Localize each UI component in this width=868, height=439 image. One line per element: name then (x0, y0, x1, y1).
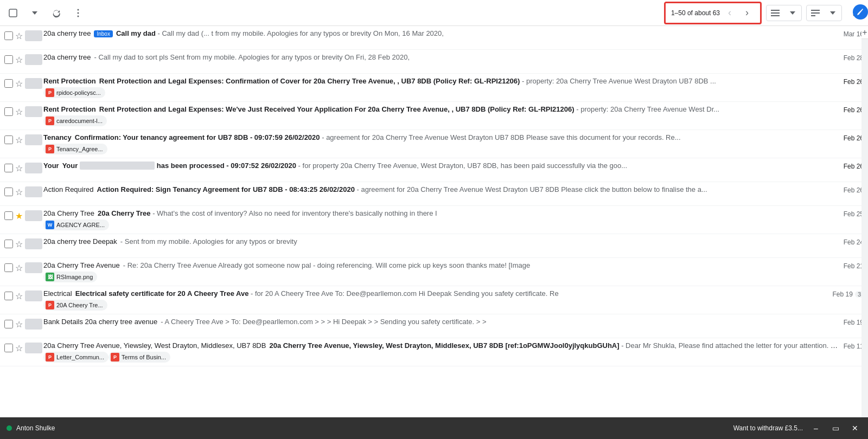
attachment-chip[interactable]: PLetter_Commun... (43, 352, 108, 363)
email-row[interactable]: ☆Action RequiredAction Required: Sign Te… (0, 182, 868, 206)
row-controls: ☆ (4, 185, 43, 197)
email-row-top: 20a cherry tree Deepak - Sent from my mo… (43, 237, 839, 246)
pdf-attachment-icon: P (46, 117, 54, 125)
scrollbar-track[interactable] (861, 26, 868, 439)
email-checkbox[interactable] (4, 211, 13, 220)
email-subject-snippet: - Sent from my mobile. Apologies for any… (120, 237, 297, 246)
attachment-chip[interactable]: WAGENCY AGRE... (43, 220, 109, 230)
email-row[interactable]: ☆20a Cherry Tree Avenue - Re: 20a Cherry… (0, 258, 868, 286)
notification-close-button[interactable]: ✕ (848, 422, 861, 435)
email-content: 20a Cherry Tree20a Cherry Tree - What's … (43, 209, 839, 230)
svg-rect-8 (811, 12, 820, 14)
email-checkbox[interactable] (4, 292, 13, 300)
star-icon[interactable]: ☆ (15, 263, 23, 273)
email-subject-snippet: - Call my dad to sort pls Sent from my m… (94, 53, 410, 61)
star-icon[interactable]: ☆ (15, 31, 23, 41)
email-checkbox[interactable] (4, 107, 13, 116)
view-list-button[interactable] (767, 5, 784, 21)
attachment-chip[interactable]: Prpidoc-policysc... (43, 87, 105, 98)
email-checkbox[interactable] (4, 263, 13, 272)
email-row-top: Bank Details 20a cherry tree avenue - A … (43, 318, 839, 326)
star-icon[interactable]: ☆ (15, 291, 23, 301)
email-date: Feb 26 (844, 133, 864, 142)
sender-name: Rent Protection (43, 105, 96, 113)
pagination-prev-button[interactable]: ‹ (722, 5, 737, 21)
attachment-name: rpidoc-policysc... (56, 89, 101, 96)
attachment-chip[interactable]: P20A Cheery Tre... (43, 300, 107, 311)
star-icon[interactable]: ☆ (15, 107, 23, 117)
attachment-chip[interactable]: Pcaredocument-l... (43, 115, 107, 126)
svg-rect-5 (771, 12, 780, 14)
email-row[interactable]: ★20a Cherry Tree20a Cherry Tree - What's… (0, 206, 868, 234)
view-selector (766, 5, 802, 21)
email-row[interactable]: ☆20a cherry tree Deepak - Sent from my m… (0, 234, 868, 258)
sender-name: 20a cherry tree (43, 29, 91, 37)
email-checkbox[interactable] (4, 240, 13, 248)
row-controls: ☆ (4, 53, 43, 65)
corner-icon (853, 4, 868, 20)
email-date: Feb 26 (844, 162, 864, 170)
email-checkbox[interactable] (4, 79, 13, 88)
scrollbar-add-button[interactable]: + (861, 26, 868, 39)
pagination-next-button[interactable]: › (739, 5, 755, 21)
email-row[interactable]: ☆YourYour ███████████████ has been proce… (0, 158, 868, 182)
more-options-button[interactable] (69, 4, 87, 22)
density-dropdown-button[interactable] (824, 5, 841, 21)
email-row[interactable]: ☆ElectricalElectrical safety certificate… (0, 286, 868, 314)
attachment-chip[interactable]: PTerms of Busin... (108, 352, 170, 363)
email-row[interactable]: ☆Bank Details 20a cherry tree avenue - A… (0, 314, 868, 338)
email-row[interactable]: ☆20a Cherry Tree Avenue, Yiewsley, West … (0, 338, 868, 366)
sender-name: 20a Cherry Tree Avenue (43, 261, 120, 269)
email-date: Mar 16 (844, 29, 864, 38)
star-icon[interactable]: ☆ (15, 343, 23, 353)
star-icon[interactable]: ☆ (15, 55, 23, 65)
view-dropdown-button[interactable] (784, 5, 801, 21)
pdf-attachment-icon: P (46, 145, 54, 153)
email-date: Feb 193 (833, 289, 864, 298)
email-row[interactable]: ☆Rent ProtectionRent Protection and Lega… (0, 74, 868, 102)
sender-name: Tenancy (43, 133, 72, 141)
attachment-name: Letter_Commun... (56, 354, 104, 360)
star-icon[interactable]: ★ (15, 211, 23, 221)
refresh-button[interactable] (48, 4, 65, 22)
star-icon[interactable]: ☆ (15, 239, 23, 249)
email-checkbox[interactable] (4, 164, 13, 172)
email-content: Rent ProtectionRent Protection and Legal… (43, 77, 839, 98)
email-date: Feb 26 (844, 105, 864, 114)
density-button[interactable] (807, 5, 824, 21)
svg-point-1 (78, 9, 79, 10)
star-icon[interactable]: ☆ (15, 319, 23, 330)
star-icon[interactable]: ☆ (15, 163, 23, 173)
email-checkbox[interactable] (4, 320, 13, 328)
attachment-chip[interactable]: PTenancy_Agree... (43, 144, 107, 154)
email-subject-snippet: Call my dad - Call my dad (... t from my… (116, 29, 444, 37)
svg-rect-6 (771, 15, 780, 16)
toolbar-left (4, 4, 662, 22)
email-checkbox[interactable] (4, 55, 13, 64)
notification-minimize-button[interactable]: – (809, 422, 822, 435)
star-icon[interactable]: ☆ (15, 79, 23, 89)
star-icon[interactable]: ☆ (15, 135, 23, 145)
checkbox-dropdown-button[interactable] (26, 4, 43, 22)
email-row[interactable]: ☆20a cherry treeInboxCall my dad - Call … (0, 26, 868, 50)
notification-expand-button[interactable]: ▭ (829, 422, 842, 435)
email-row-top: Rent ProtectionRent Protection and Legal… (43, 77, 839, 85)
svg-rect-9 (811, 15, 815, 16)
checkbox-all-button[interactable] (4, 4, 22, 22)
img-attachment-icon: 🖼 (46, 273, 54, 281)
email-checkbox[interactable] (4, 344, 13, 352)
email-row[interactable]: ☆20a cherry tree - Call my dad to sort p… (0, 50, 868, 74)
svg-rect-7 (811, 10, 820, 11)
email-checkbox[interactable] (4, 31, 13, 40)
star-icon[interactable]: ☆ (15, 187, 23, 197)
attachment-name: caredocument-l... (56, 118, 103, 124)
email-row[interactable]: ☆TenancyConfirmation: Your tenancy agree… (0, 130, 868, 158)
avatar (25, 319, 42, 330)
attachment-chips: P20A Cheery Tre... (43, 299, 828, 311)
attachment-chip[interactable]: 🖼RSImage.png (43, 272, 97, 282)
svg-point-3 (78, 15, 79, 17)
email-row[interactable]: ☆Rent ProtectionRent Protection and Lega… (0, 102, 868, 130)
email-checkbox[interactable] (4, 135, 13, 144)
avatar (25, 78, 42, 89)
email-checkbox[interactable] (4, 188, 13, 196)
